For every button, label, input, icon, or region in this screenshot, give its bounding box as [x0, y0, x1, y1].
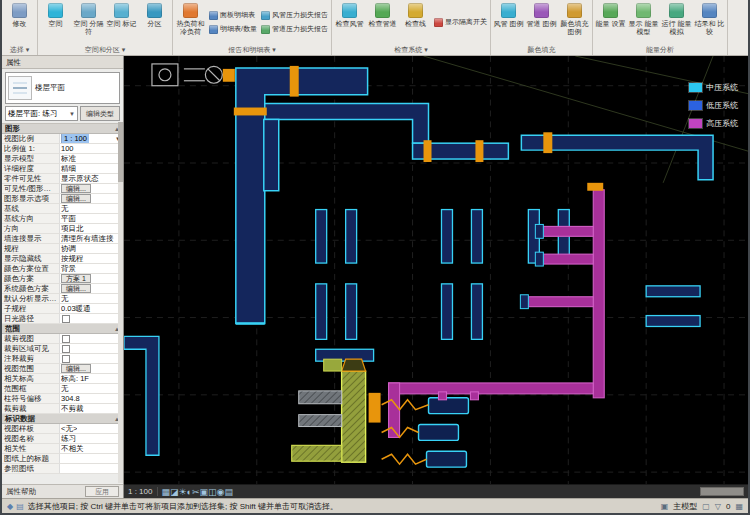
value-button[interactable]: 编辑...	[61, 364, 91, 373]
property-row[interactable]: 显示隐藏线 按规程	[2, 254, 123, 264]
property-row[interactable]: 颜色方案位置 背景	[2, 264, 123, 274]
property-row[interactable]: 基线方向 平面	[2, 214, 123, 224]
ribbon-button[interactable]: 空间 标记	[105, 0, 138, 44]
property-value[interactable]: 编辑...	[60, 284, 123, 293]
ribbon-button[interactable]: 风管 图例	[492, 0, 525, 44]
status-right-item[interactable]: 0	[726, 502, 730, 511]
property-value[interactable]: 精细	[60, 164, 123, 173]
property-value[interactable]: 无	[60, 204, 123, 213]
property-value[interactable]: 平面	[60, 214, 123, 223]
drawing-area[interactable]: 中压系统 低压系统 高压系统	[124, 56, 748, 484]
duct-high-pressure[interactable]	[389, 190, 605, 438]
status-right-item[interactable]: ▣	[661, 502, 669, 511]
value-checkbox[interactable]	[62, 315, 70, 323]
ribbon-group-label[interactable]: 选择 ▾	[3, 44, 36, 55]
property-row[interactable]: 系统颜色方案 编辑...	[2, 284, 123, 294]
property-section-header[interactable]: 图形 ▲	[2, 124, 123, 134]
property-row[interactable]: 子规程 0.03暖通	[2, 304, 123, 314]
apply-button[interactable]: 应用	[85, 486, 119, 497]
property-row[interactable]: 图纸上的标题	[2, 454, 123, 464]
property-value[interactable]: 不剪裁	[60, 404, 123, 413]
value-button[interactable]: 编辑...	[61, 194, 91, 203]
property-row[interactable]: 裁剪视图	[2, 334, 123, 344]
ribbon-button[interactable]: 检查线	[399, 0, 432, 44]
property-row[interactable]: 视图名称 练习	[2, 434, 123, 444]
ribbon-button[interactable]: 空间 分隔符	[72, 0, 105, 44]
property-value[interactable]: 无	[60, 294, 123, 303]
view-control-icon[interactable]: ▤	[224, 485, 233, 499]
view-control-icon[interactable]: ◉	[217, 485, 225, 499]
property-value[interactable]	[60, 334, 123, 343]
property-row[interactable]: 可见性/图形替换 编辑...	[2, 184, 123, 194]
status-right-item[interactable]: 主模型	[673, 501, 697, 512]
scrollbar-corner[interactable]	[700, 487, 744, 496]
property-section-header[interactable]: 范围 ▲	[2, 324, 123, 334]
property-value[interactable]: 0.03暖通	[60, 304, 123, 313]
status-right-item[interactable]: ▢	[702, 502, 710, 511]
ribbon-button[interactable]: 面板明细表	[207, 9, 259, 22]
edit-type-button[interactable]: 编辑类型	[80, 106, 120, 121]
property-value[interactable]: 编辑...	[60, 364, 123, 373]
value-checkbox[interactable]	[62, 345, 70, 353]
property-value[interactable]	[60, 464, 123, 473]
property-value[interactable]: 显示原状态	[60, 174, 123, 183]
property-row[interactable]: 截剪裁 不剪裁	[2, 404, 123, 414]
property-row[interactable]: 颜色方案 方案 1	[2, 274, 123, 284]
air-handler-fan[interactable]	[152, 64, 222, 86]
ribbon-button[interactable]: 能量 设置	[594, 0, 627, 44]
property-row[interactable]: 视图比例 1 : 100▼	[2, 134, 123, 144]
status-left-icon[interactable]: ▤	[16, 502, 24, 511]
properties-help-link[interactable]: 属性帮助	[6, 487, 36, 497]
view-control-icon[interactable]: ▦	[161, 485, 170, 499]
property-value[interactable]: 100	[60, 144, 123, 153]
view-control-icon[interactable]: ◪	[170, 485, 179, 499]
ribbon-button[interactable]: 修改	[3, 0, 36, 44]
property-value[interactable]: 协调	[60, 244, 123, 253]
property-value[interactable]: 不相关	[60, 444, 123, 453]
value-combo[interactable]: 1 : 100▼	[61, 134, 122, 143]
property-row[interactable]: 注释裁剪	[2, 354, 123, 364]
value-button[interactable]: 编辑...	[61, 284, 91, 293]
property-row[interactable]: 视图样板 <无>	[2, 424, 123, 434]
property-row[interactable]: 相关标高 标高: 1F	[2, 374, 123, 384]
property-value[interactable]: 标准	[60, 154, 123, 163]
status-right-item[interactable]: ▽	[715, 502, 721, 511]
property-row[interactable]: 相关性 不相关	[2, 444, 123, 454]
property-section-header[interactable]: 标识数据 ▲	[2, 414, 123, 424]
property-value[interactable]: 清理所有墙连接	[60, 234, 123, 243]
value-checkbox[interactable]	[62, 355, 70, 363]
view-control-icon[interactable]: ✂	[192, 485, 200, 499]
ribbon-group-label[interactable]: 颜色填充	[492, 44, 591, 55]
ribbon-button[interactable]: 管道压力损失报告	[259, 23, 330, 36]
property-row[interactable]: 比例值 1: 100	[2, 144, 123, 154]
ribbon-button[interactable]: 空间	[39, 0, 72, 44]
property-row[interactable]: 图形显示选项 编辑...	[2, 194, 123, 204]
view-control-icon[interactable]: ☀	[179, 485, 187, 499]
property-value[interactable]: 练习	[60, 434, 123, 443]
value-button[interactable]: 方案 1	[61, 274, 91, 283]
property-row[interactable]: 参照图纸	[2, 464, 123, 474]
selected-duct-assembly[interactable]	[292, 359, 366, 462]
property-value[interactable]: 标高: 1F	[60, 374, 123, 383]
property-row[interactable]: 方向 项目北	[2, 224, 123, 234]
scrollbar-thumb[interactable]	[118, 122, 123, 182]
ribbon-button[interactable]: 显示 能量模型	[627, 0, 660, 44]
value-button[interactable]: 编辑...	[61, 184, 91, 193]
property-value[interactable]: <无>	[60, 424, 123, 433]
instance-filter-combo[interactable]: 楼层平面: 练习 ▼	[5, 106, 78, 121]
property-row[interactable]: 零件可见性 显示原状态	[2, 174, 123, 184]
property-row[interactable]: 详细程度 精细	[2, 164, 123, 174]
ribbon-button[interactable]: 明细表/数量	[207, 23, 259, 36]
type-selector[interactable]: 楼层平面	[5, 72, 120, 104]
ribbon-button[interactable]: 检查风管	[333, 0, 366, 44]
value-checkbox[interactable]	[62, 335, 70, 343]
property-value[interactable]: 方案 1	[60, 274, 123, 283]
property-value[interactable]	[60, 354, 123, 363]
property-value[interactable]: 项目北	[60, 224, 123, 233]
property-row[interactable]: 基线 无	[2, 204, 123, 214]
ribbon-button[interactable]: 显示隔离开关	[432, 16, 489, 29]
status-right-item[interactable]: ▦	[735, 502, 743, 511]
ribbon-button[interactable]: 分区	[138, 0, 171, 44]
ribbon-button[interactable]: 管道 图例	[525, 0, 558, 44]
property-value[interactable]	[60, 454, 123, 463]
